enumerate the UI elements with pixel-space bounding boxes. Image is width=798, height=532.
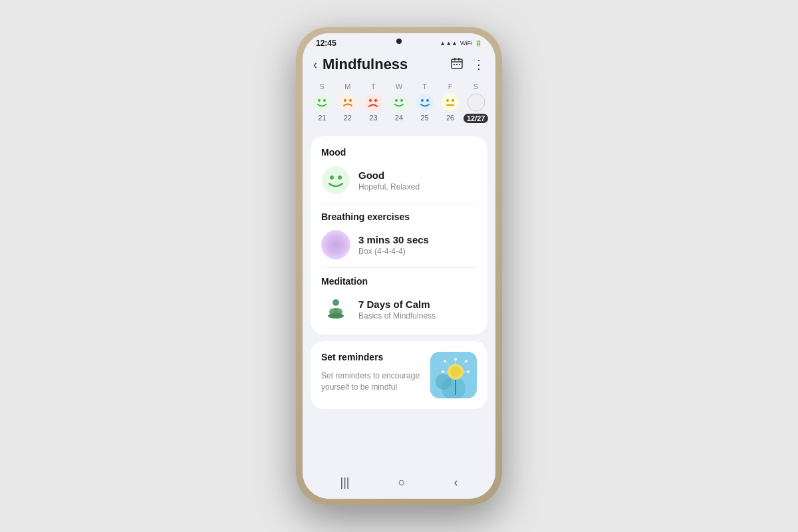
svg-point-37 xyxy=(450,366,461,377)
svg-point-43 xyxy=(467,370,469,373)
reminders-image xyxy=(430,352,477,398)
cal-day-26[interactable]: 26 xyxy=(439,93,462,123)
svg-point-15 xyxy=(390,94,408,111)
svg-point-28 xyxy=(332,299,339,306)
mood-face-25 xyxy=(416,93,434,112)
svg-point-22 xyxy=(446,99,449,102)
svg-point-13 xyxy=(369,99,372,102)
header-actions: ⋮ xyxy=(450,57,485,73)
svg-rect-5 xyxy=(459,64,460,65)
camera-dot xyxy=(396,39,402,44)
day-label-w: W xyxy=(388,82,410,90)
day-label-m: M xyxy=(336,82,359,90)
breathing-section-title: Breathing exercises xyxy=(321,211,477,222)
home-button[interactable]: ○ xyxy=(398,475,406,489)
cal-day-24[interactable]: 24 xyxy=(388,93,410,123)
page-title: Mindfulness xyxy=(323,56,450,73)
reminders-text: Set reminders Set reminders to encourage… xyxy=(321,352,424,393)
calendar-icon[interactable] xyxy=(450,57,464,73)
day-num-23: 23 xyxy=(369,114,377,122)
mood-face-21 xyxy=(313,93,331,112)
mood-card: Mood Good Hopeful, Relaxed Breathi xyxy=(311,136,487,334)
mood-face-23 xyxy=(364,93,382,112)
svg-point-25 xyxy=(322,166,350,194)
back-button[interactable]: ‹ xyxy=(313,58,317,72)
navigation-bar: ||| ○ ‹ xyxy=(303,469,495,499)
meditation-sub: Basics of Mindfulness xyxy=(358,311,436,321)
breathing-duration: 3 mins 30 secs xyxy=(358,234,429,245)
day-label-f: F xyxy=(439,82,462,90)
mood-face-24 xyxy=(390,93,408,112)
svg-point-27 xyxy=(338,176,342,180)
breathing-text-block: 3 mins 30 secs Box (4-4-4-4) xyxy=(358,234,429,256)
cal-day-23[interactable]: 23 xyxy=(362,93,384,123)
day-num-22: 22 xyxy=(344,114,352,122)
svg-point-9 xyxy=(339,94,356,111)
mood-face-26 xyxy=(441,93,460,112)
day-num-26: 26 xyxy=(446,114,454,122)
breathing-type: Box (4-4-4-4) xyxy=(358,247,429,256)
svg-point-6 xyxy=(313,94,331,111)
svg-rect-4 xyxy=(456,64,458,65)
svg-point-10 xyxy=(344,99,346,102)
mood-sub: Hopeful, Relaxed xyxy=(358,182,420,192)
day-num-27: 12/27 xyxy=(464,114,489,123)
svg-point-20 xyxy=(426,99,429,102)
breathing-icon xyxy=(321,230,350,259)
recents-button[interactable]: ||| xyxy=(340,475,350,489)
more-menu-icon[interactable]: ⋮ xyxy=(473,57,485,72)
svg-point-16 xyxy=(395,99,398,102)
meditation-text-block: 7 Days of Calm Basics of Mindfulness xyxy=(358,299,436,321)
status-icons: ▲▲▲ WiFi 🔋 xyxy=(440,40,482,47)
day-label-s: S xyxy=(311,82,333,90)
svg-point-39 xyxy=(454,358,457,360)
day-label-t2: T xyxy=(414,82,436,90)
day-num-21: 21 xyxy=(318,114,326,122)
breathing-divider xyxy=(321,267,477,268)
mood-divider xyxy=(321,203,477,203)
mood-item-row: Good Hopeful, Relaxed xyxy=(321,166,477,195)
mood-label: Good xyxy=(358,170,420,181)
main-scroll-content: Mood Good Hopeful, Relaxed Breathi xyxy=(303,131,495,469)
svg-point-31 xyxy=(330,309,334,313)
signal-icon: ▲▲▲ xyxy=(440,40,458,47)
reminders-card[interactable]: Set reminders Set reminders to encourage… xyxy=(311,341,487,409)
day-label-t1: T xyxy=(362,82,384,90)
svg-point-19 xyxy=(421,99,424,102)
app-header: ‹ Mindfulness ⋮ xyxy=(303,51,495,80)
svg-point-7 xyxy=(318,99,321,102)
svg-point-14 xyxy=(374,99,377,102)
calendar-days-row: 21 22 xyxy=(309,93,489,123)
nav-back-button[interactable]: ‹ xyxy=(454,475,458,489)
day-num-25: 25 xyxy=(420,114,428,122)
mood-section-title: Mood xyxy=(321,147,477,158)
cal-day-25[interactable]: 25 xyxy=(414,93,436,123)
phone-frame: 12:45 ▲▲▲ WiFi 🔋 ‹ Mindfulness xyxy=(296,27,502,505)
mood-text-block: Good Hopeful, Relaxed xyxy=(358,170,420,192)
mood-face-large-icon xyxy=(321,166,350,195)
battery-icon: 🔋 xyxy=(475,40,482,47)
svg-point-30 xyxy=(328,313,344,319)
cal-day-27[interactable]: 12/27 xyxy=(465,93,487,123)
svg-point-26 xyxy=(330,176,334,180)
svg-point-18 xyxy=(416,94,434,111)
svg-point-11 xyxy=(349,99,352,102)
svg-rect-3 xyxy=(454,64,455,65)
mood-face-22 xyxy=(338,93,357,112)
meditation-section-title: Meditation xyxy=(321,276,477,287)
meditation-name: 7 Days of Calm xyxy=(358,299,436,310)
svg-rect-1 xyxy=(454,58,456,61)
reminders-title: Set reminders xyxy=(321,352,424,362)
svg-point-21 xyxy=(442,94,459,111)
svg-point-41 xyxy=(465,360,467,362)
cal-day-21[interactable]: 21 xyxy=(311,93,333,123)
meditation-icon xyxy=(321,295,350,324)
mood-face-27 xyxy=(467,93,485,112)
status-time: 12:45 xyxy=(316,39,336,48)
svg-point-12 xyxy=(364,94,382,111)
breathing-item-row: 3 mins 30 secs Box (4-4-4-4) xyxy=(321,230,477,259)
svg-point-23 xyxy=(452,99,454,102)
cal-day-22[interactable]: 22 xyxy=(336,93,359,123)
wifi-icon: WiFi xyxy=(460,40,472,47)
reminders-description: Set reminders to encourage yourself to b… xyxy=(321,370,424,393)
